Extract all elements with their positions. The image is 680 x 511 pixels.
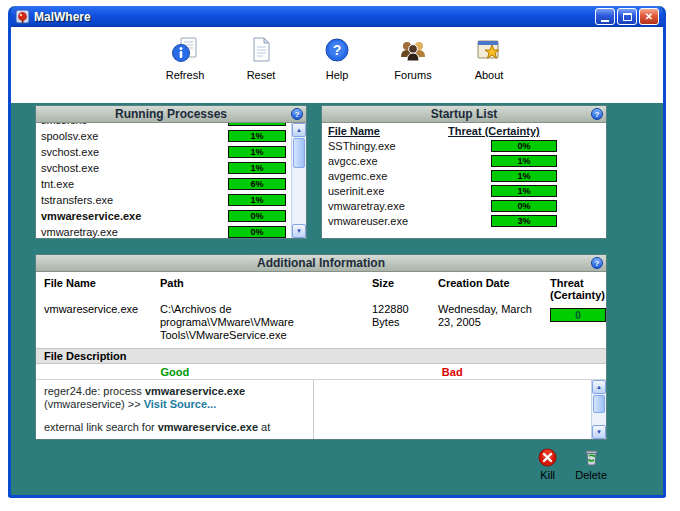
process-row[interactable]: svchost.exe1%: [36, 144, 291, 160]
delete-button[interactable]: Delete: [575, 448, 607, 481]
scroll-up-icon[interactable]: ▲: [292, 123, 306, 137]
info-col-size: Size: [372, 277, 430, 301]
refresh-icon: [171, 36, 199, 68]
about-button[interactable]: About: [462, 36, 516, 81]
additional-information-help-icon[interactable]: ?: [591, 257, 603, 269]
process-row[interactable]: vmwaretray.exe0%: [36, 224, 291, 238]
info-file-name: vmwareservice.exe: [44, 303, 152, 344]
delete-label: Delete: [575, 469, 607, 481]
info-threat-bar: 0: [550, 308, 606, 322]
help-icon: ?: [323, 36, 351, 68]
forums-label: Forums: [394, 69, 431, 81]
cpu-usage-bar: 1%: [228, 194, 286, 206]
toolbar: Refresh Reset: [11, 27, 663, 103]
startup-file-name: avgcc.exe: [328, 155, 448, 167]
info-col-file-name: File Name: [44, 277, 152, 301]
threat-certainty-bar: 3%: [491, 215, 557, 227]
startup-list-rows: SSThingy.exe0%avgcc.exe1%avgemc.exe1%use…: [322, 138, 606, 228]
cpu-usage-bar: 1%: [228, 130, 286, 142]
threat-certainty-bar: 0%: [491, 140, 557, 152]
additional-information-panel: Additional Information ? File Name Path …: [35, 254, 607, 440]
reset-label: Reset: [247, 69, 276, 81]
cpu-usage-bar: 1%: [228, 146, 286, 158]
description-body: reger24.de: process vmwareservice.exe (v…: [36, 380, 606, 439]
startup-file-name: userinit.exe: [328, 185, 448, 197]
desktop: MalWhere ✕: [0, 0, 680, 511]
process-row[interactable]: tnt.exe6%: [36, 176, 291, 192]
kill-button[interactable]: Kill: [538, 448, 557, 481]
forums-button[interactable]: Forums: [386, 36, 440, 81]
process-name: svchost.exe: [41, 162, 99, 174]
startup-file-name: vmwaretray.exe: [328, 200, 448, 212]
startup-row[interactable]: vmwaretray.exe0%: [322, 198, 606, 213]
kill-icon: [538, 448, 557, 469]
info-path: C:\Archivos de programa\VMware\VMware To…: [160, 303, 364, 344]
cpu-usage-bar: 6%: [228, 178, 286, 190]
good-bad-header: Good Bad: [36, 364, 606, 380]
info-table-header: File Name Path Size Creation Date Threat…: [36, 272, 606, 301]
refresh-label: Refresh: [166, 69, 205, 81]
action-buttons: Kill Delete: [35, 448, 607, 481]
process-row[interactable]: vmwareservice.exe0%: [36, 208, 291, 224]
startup-column-headers: File Name Threat (Certainty): [322, 123, 606, 138]
scroll-down-icon[interactable]: ▼: [592, 425, 606, 439]
close-button[interactable]: ✕: [639, 8, 659, 25]
reset-button[interactable]: Reset: [234, 36, 288, 81]
description-scrollbar[interactable]: ▲ ▼: [591, 380, 606, 439]
process-row[interactable]: spoolsv.exe1%: [36, 128, 291, 144]
process-name: svchost.exe: [41, 146, 99, 158]
main-content: Running Processes ? smss.exe10%spoolsv.e…: [11, 103, 663, 495]
process-row[interactable]: svchost.exe1%: [36, 160, 291, 176]
good-label: Good: [36, 366, 314, 378]
cpu-usage-bar: 1%: [228, 162, 286, 174]
window-title: MalWhere: [34, 10, 591, 24]
scroll-thumb[interactable]: [293, 138, 305, 168]
info-col-creation-date: Creation Date: [438, 277, 542, 301]
svg-text:?: ?: [333, 42, 342, 58]
help-label: Help: [326, 69, 349, 81]
minimize-button[interactable]: [595, 8, 615, 25]
process-row[interactable]: tstransfers.exe1%: [36, 192, 291, 208]
bad-column: [314, 380, 591, 439]
startup-row[interactable]: userinit.exe1%: [322, 183, 606, 198]
delete-icon: [582, 448, 601, 469]
running-processes-header: Running Processes ?: [36, 106, 306, 123]
title-bar[interactable]: MalWhere ✕: [11, 6, 663, 27]
good-column: reger24.de: process vmwareservice.exe (v…: [36, 380, 313, 439]
reset-icon: [247, 36, 275, 68]
startup-file-name: vmwareuser.exe: [328, 215, 448, 227]
startup-col-file-name: File Name: [328, 125, 448, 137]
process-name: smss.exe: [41, 123, 87, 126]
help-button[interactable]: ? Help: [310, 36, 364, 81]
threat-certainty-bar: 1%: [491, 170, 557, 182]
running-processes-help-icon[interactable]: ?: [291, 108, 303, 120]
additional-information-header: Additional Information ?: [36, 255, 606, 272]
refresh-button[interactable]: Refresh: [158, 36, 212, 81]
running-processes-list: smss.exe10%spoolsv.exe1%svchost.exe1%svc…: [36, 123, 291, 238]
scroll-thumb[interactable]: [593, 395, 605, 413]
kill-label: Kill: [540, 469, 555, 481]
running-processes-scrollbar[interactable]: ▲ ▼: [291, 123, 306, 238]
scroll-up-icon[interactable]: ▲: [592, 380, 606, 394]
startup-list-help-icon[interactable]: ?: [591, 108, 603, 120]
threat-certainty-bar: 1%: [491, 185, 557, 197]
startup-row[interactable]: vmwareuser.exe3%: [322, 213, 606, 228]
maximize-button[interactable]: [617, 8, 637, 25]
threat-certainty-bar: 1%: [491, 155, 557, 167]
running-processes-panel: Running Processes ? smss.exe10%spoolsv.e…: [35, 105, 307, 239]
info-table-row[interactable]: vmwareservice.exe C:\Archivos de program…: [36, 301, 606, 348]
running-processes-title: Running Processes: [115, 107, 227, 121]
startup-col-threat: Threat (Certainty): [448, 125, 600, 137]
startup-file-name: avgemc.exe: [328, 170, 448, 182]
info-creation-date: Wednesday, March 23, 2005: [438, 303, 542, 344]
startup-row[interactable]: SSThingy.exe0%: [322, 138, 606, 153]
startup-row[interactable]: avgemc.exe1%: [322, 168, 606, 183]
process-name: tnt.exe: [41, 178, 74, 190]
visit-source-link[interactable]: Visit Source...: [144, 398, 217, 410]
process-name: vmwaretray.exe: [41, 226, 118, 238]
scroll-down-icon[interactable]: ▼: [292, 224, 306, 238]
info-size: 122880 Bytes: [372, 303, 430, 344]
cpu-usage-bar: 10%: [228, 123, 286, 126]
startup-list-title: Startup List: [431, 107, 498, 121]
startup-row[interactable]: avgcc.exe1%: [322, 153, 606, 168]
